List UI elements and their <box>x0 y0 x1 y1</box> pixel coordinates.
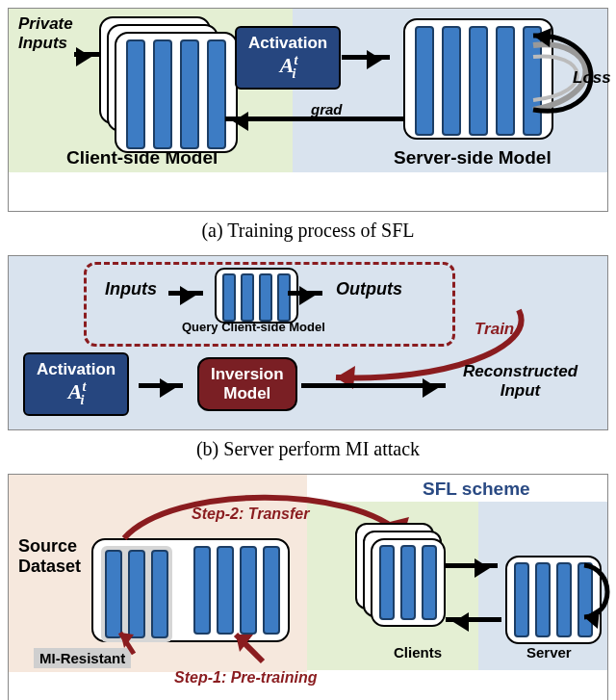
layer-bar <box>180 39 199 149</box>
layer-bar <box>379 545 395 620</box>
panel-c: SFL scheme Source Dataset MI-Resistant S… <box>8 474 608 700</box>
arrow-inputs-model <box>168 291 203 296</box>
reconstructed-label: Reconstructed Input <box>463 362 578 401</box>
layer-bar <box>153 39 172 149</box>
activation-box-b: Activation Ati <box>23 352 129 416</box>
step1-arrow <box>230 629 269 670</box>
source-label: Source Dataset <box>18 536 81 577</box>
caption-b: (b) Server perform MI attack <box>8 438 608 460</box>
layer-bar <box>217 546 234 635</box>
sfl-scheme-label: SFL scheme <box>423 479 530 500</box>
query-sublabel: Query Client-side Model <box>182 320 325 334</box>
layer-bar <box>496 26 515 136</box>
step1-label: Step-1: Pre-training <box>174 669 317 687</box>
panel-a: Private Inputs Activation Ati Loss gra <box>8 8 608 212</box>
train-label: Train <box>475 320 514 339</box>
activation-formula: Ati <box>37 379 116 408</box>
panel-b: Inputs Outputs Query Client-side Model T… <box>8 255 608 430</box>
inversion-box: Inversion Model <box>197 357 297 411</box>
clients-model-icon <box>371 538 446 627</box>
layer-bar <box>105 550 122 638</box>
step2-label: Step-2: Transfer <box>192 506 309 523</box>
layer-bar <box>207 39 226 149</box>
arrow-act-inversion <box>139 383 183 388</box>
caption-a: (a) Training process of SFL <box>8 220 608 242</box>
client-model-icon <box>115 32 238 153</box>
server-loop <box>582 559 616 630</box>
mi-tag-arrow <box>116 629 145 661</box>
layer-bar <box>151 550 168 638</box>
server-model-label: Server-side Model <box>394 147 552 169</box>
activation-box-a: Activation Ati <box>235 26 341 90</box>
private-inputs-label: Private Inputs <box>18 14 73 53</box>
grad-label: grad <box>311 101 343 117</box>
layer-bar <box>469 26 488 136</box>
mi-resistant-part <box>101 546 172 642</box>
layer-bar <box>241 273 254 322</box>
outputs-label: Outputs <box>336 279 402 299</box>
layer-bar <box>277 273 291 322</box>
layer-bar <box>240 546 257 635</box>
layer-bar <box>126 39 145 149</box>
layer-bar <box>263 546 280 635</box>
server-c-label: Server <box>526 644 572 661</box>
arrow-client-server-fwd <box>446 563 498 568</box>
arrow-act-to-server <box>342 55 390 60</box>
layer-bar <box>535 562 551 637</box>
layer-bar <box>422 545 437 620</box>
layer-bar <box>128 550 145 638</box>
layer-bar <box>222 273 236 322</box>
loss-label: Loss <box>573 68 611 88</box>
layer-bar <box>259 273 272 322</box>
activation-formula: Ati <box>248 53 327 82</box>
arrow-inversion-out <box>301 383 446 388</box>
clients-label: Clients <box>394 644 442 661</box>
inputs-label: Inputs <box>105 279 157 299</box>
arrow-inputs-to-client <box>74 52 99 57</box>
client-model-label: Client-side Model <box>66 147 218 169</box>
activation-label: Activation <box>37 360 116 379</box>
query-model-icon <box>215 268 298 324</box>
layer-bar <box>193 546 211 635</box>
svg-marker-5 <box>584 608 600 629</box>
activation-label: Activation <box>248 34 327 53</box>
layer-bar <box>400 545 416 620</box>
arrow-model-outputs <box>288 291 322 296</box>
layer-bar <box>442 26 461 136</box>
layer-bar <box>415 26 434 136</box>
layer-bar <box>514 562 529 637</box>
arrow-server-client-back <box>446 617 501 622</box>
layer-bar <box>556 562 572 637</box>
